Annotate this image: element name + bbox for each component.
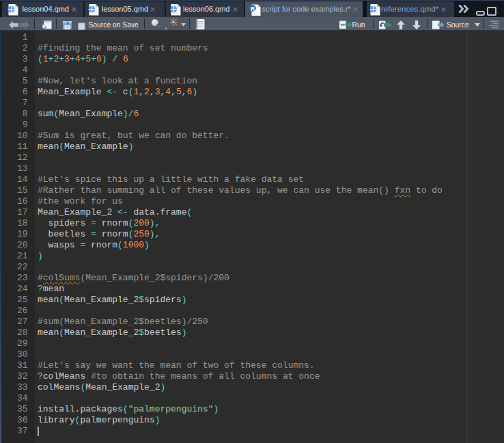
svg-text:R: R xyxy=(251,5,255,12)
